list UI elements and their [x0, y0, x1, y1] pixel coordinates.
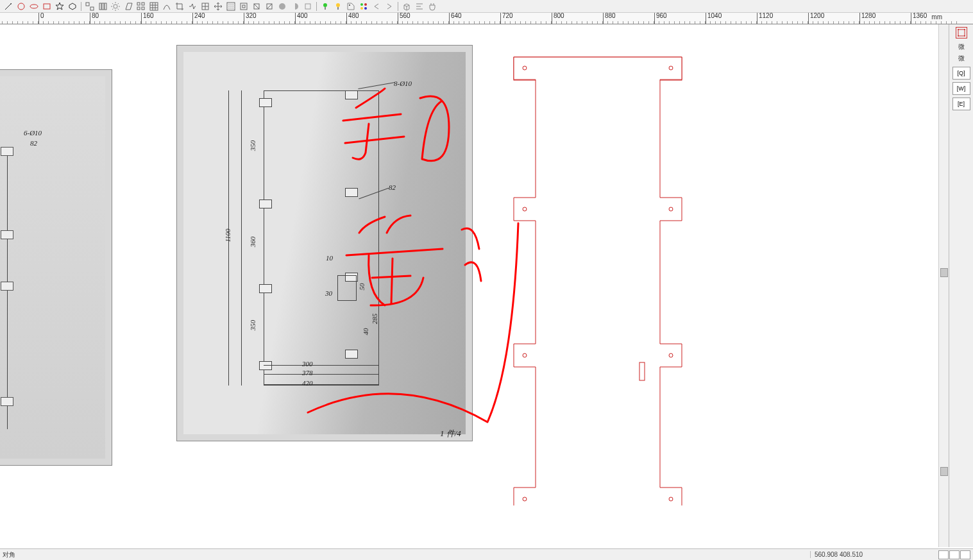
panel-btn-q[interactable]: [Q]	[952, 67, 970, 80]
toolbar-separator	[81, 2, 81, 11]
ruler-tick: 640	[449, 13, 462, 24]
scrollbar-vertical[interactable]	[938, 24, 949, 547]
status-btn-1[interactable]	[938, 550, 949, 559]
dimension: 350	[249, 320, 257, 331]
tool-columns-icon[interactable]	[97, 1, 108, 12]
tool-align-icon[interactable]	[414, 1, 425, 12]
dimension: 30	[325, 289, 332, 297]
svg-rect-3	[44, 4, 50, 9]
tool-circle2-icon[interactable]	[276, 1, 288, 12]
embedded-photo-1[interactable]: 6-Ø10 82 50 155 40	[0, 69, 112, 466]
select-mode-icon[interactable]	[956, 27, 967, 38]
svg-rect-26	[325, 7, 326, 10]
tool-sun-icon[interactable]	[110, 1, 121, 12]
panel-btn-e[interactable]: [E]	[952, 98, 970, 110]
tool-plug-icon[interactable]	[427, 1, 438, 12]
svg-point-33	[364, 7, 367, 10]
svg-rect-5	[90, 7, 94, 10]
toolbar-separator	[398, 2, 398, 11]
tool-circle-icon[interactable]	[15, 1, 27, 12]
tool-polygon-icon[interactable]	[67, 1, 78, 12]
panel-btn-w[interactable]: [W]	[952, 82, 970, 95]
cad-part-outline-2[interactable]	[513, 56, 686, 505]
ruler-tick: 400	[295, 13, 308, 24]
svg-point-45	[958, 29, 959, 30]
ruler-tick: 1200	[808, 13, 824, 24]
canvas[interactable]: 6-Ø10 82 50 155 40	[0, 24, 949, 547]
dimension: 378	[302, 369, 313, 377]
tool-arrow-left-icon[interactable]	[371, 1, 382, 12]
tool-arc-icon[interactable]	[161, 1, 173, 12]
svg-rect-7	[102, 3, 104, 10]
tool-grid4-icon[interactable]	[225, 1, 237, 12]
toolbar-separator	[316, 2, 317, 11]
svg-rect-14	[150, 3, 158, 10]
tool-shape2-icon[interactable]	[251, 1, 262, 12]
dim-callout: 82	[30, 139, 37, 147]
status-btn-3[interactable]	[960, 550, 970, 559]
tool-array-icon[interactable]	[135, 1, 147, 12]
panel-label-1: 微	[949, 41, 973, 53]
ruler-tick: 1280	[859, 13, 876, 24]
toolbar	[0, 0, 973, 13]
ruler-tick: 480	[346, 13, 359, 24]
dimension: 1100	[224, 228, 232, 242]
ruler-tick: 1120	[757, 13, 773, 24]
svg-point-47	[958, 35, 959, 37]
tool-grid3-icon[interactable]	[199, 1, 211, 12]
svg-rect-28	[337, 7, 339, 10]
sheet-count: 1 件/4	[440, 428, 461, 439]
ruler-tick: 720	[500, 13, 513, 24]
tool-shape3-icon[interactable]	[264, 1, 275, 12]
tool-group-icon[interactable]	[84, 1, 96, 12]
status-buttons	[938, 550, 973, 559]
tool-break-icon[interactable]	[187, 1, 198, 12]
tool-ellipse-icon[interactable]	[28, 1, 40, 12]
tool-line-icon[interactable]	[3, 1, 14, 12]
tool-grid-icon[interactable]	[148, 1, 160, 12]
dimension: 420	[302, 379, 313, 387]
status-btn-2[interactable]	[949, 550, 960, 559]
tool-rect-icon[interactable]	[41, 1, 53, 12]
ruler-tick: 80	[90, 13, 99, 24]
tool-half-icon[interactable]	[289, 1, 301, 12]
svg-point-23	[279, 3, 285, 10]
svg-rect-17	[241, 3, 247, 10]
ruler-tick: 160	[141, 13, 154, 24]
right-panel: 微 微 [Q] [W] [E]	[949, 24, 973, 547]
tool-star-icon[interactable]	[54, 1, 65, 12]
svg-rect-12	[137, 7, 140, 10]
tool-tag-icon[interactable]	[345, 1, 357, 12]
ruler-tick: 1360	[911, 13, 927, 24]
svg-point-29	[349, 4, 350, 6]
ruler-tick: 1040	[706, 13, 722, 24]
tool-skew-icon[interactable]	[123, 1, 134, 12]
statusbar: 对角 560.908 408.510	[0, 548, 973, 560]
svg-rect-4	[86, 3, 89, 6]
tool-crop-icon[interactable]	[174, 1, 185, 12]
layer-green-icon[interactable]	[319, 1, 331, 12]
embedded-photo-2[interactable]: 8-Ø10 82 350 1100 360 350 50 40 285 300 …	[176, 45, 473, 441]
ruler-unit: mm	[931, 13, 942, 21]
ruler-tick: 560	[398, 13, 410, 24]
ruler-tick: 960	[654, 13, 667, 24]
tool-move-icon[interactable]	[212, 1, 224, 12]
svg-rect-8	[105, 3, 106, 10]
tool-cluster-icon[interactable]	[358, 1, 369, 12]
svg-point-2	[30, 4, 38, 8]
dim-callout: 6-Ø10	[24, 129, 42, 137]
ruler-tick: 240	[192, 13, 205, 24]
svg-point-27	[336, 3, 340, 7]
svg-point-30	[360, 3, 363, 6]
dim-callout: 8-Ø10	[394, 80, 412, 87]
ruler-tick: 0	[38, 13, 44, 24]
svg-line-20	[254, 4, 259, 9]
tool-3dbox-icon[interactable]	[401, 1, 412, 12]
ruler-tick: 800	[552, 13, 564, 24]
tool-shape1-icon[interactable]	[238, 1, 250, 12]
dimension: 10	[326, 254, 333, 262]
svg-rect-44	[958, 30, 965, 36]
tool-square-icon[interactable]	[302, 1, 314, 12]
layer-yellow-icon[interactable]	[332, 1, 344, 12]
tool-arrow-right-icon[interactable]	[384, 1, 395, 12]
